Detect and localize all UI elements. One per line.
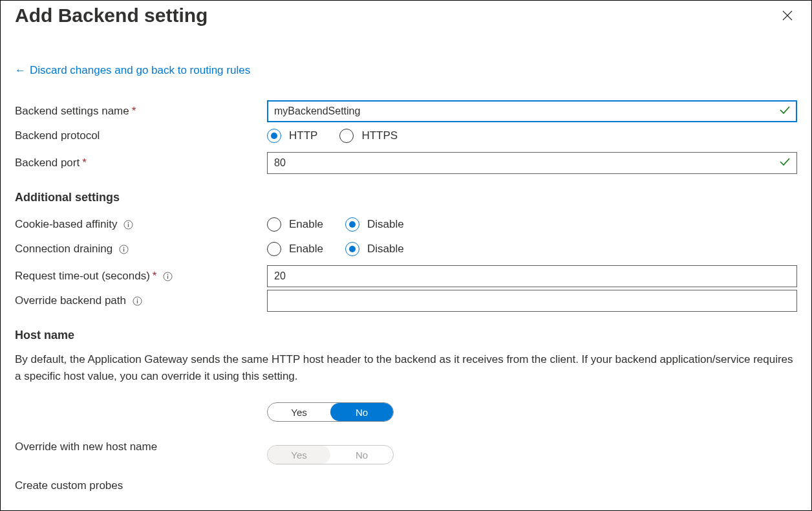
valid-check-icon [779, 104, 791, 118]
row-cookie-affinity: Cookie-based affinity Enable Disable [15, 213, 797, 235]
required-asterisk: * [82, 157, 87, 169]
svg-rect-13 [137, 300, 138, 303]
host-name-description: By default, the Application Gateway send… [15, 351, 797, 384]
form: Backend settings name* Backend protocol … [15, 100, 797, 497]
protocol-radio-group: HTTP HTTPS [267, 129, 797, 143]
row-backend-port: Backend port* [15, 152, 797, 174]
protocol-https-radio[interactable]: HTTPS [339, 129, 398, 143]
svg-point-9 [167, 274, 169, 275]
info-icon[interactable] [119, 245, 129, 254]
panel-title: Add Backend setting [15, 5, 208, 27]
label-backend-settings-name: Backend settings name* [15, 105, 267, 118]
row-backend-protocol: Backend protocol HTTP HTTPS [15, 125, 797, 147]
info-icon[interactable] [163, 272, 173, 281]
affinity-radio-group: Enable Disable [267, 217, 797, 232]
add-backend-setting-panel: Add Backend setting ← Discard changes an… [0, 0, 812, 511]
override-host-disabled-no: No [330, 446, 393, 464]
draining-enable-radio[interactable]: Enable [267, 242, 323, 256]
label-cookie-affinity: Cookie-based affinity [15, 218, 267, 231]
backend-settings-name-wrap [267, 100, 797, 122]
required-asterisk: * [153, 270, 157, 283]
svg-rect-7 [123, 248, 124, 252]
override-path-wrap [267, 290, 797, 312]
protocol-http-radio[interactable]: HTTP [267, 129, 317, 143]
valid-check-icon [779, 156, 791, 170]
host-name-heading: Host name [15, 329, 797, 342]
affinity-disable-radio[interactable]: Disable [345, 217, 404, 232]
row-override-new-host: Override with new host name Yes No Yes N… [15, 402, 797, 464]
arrow-left-icon: ← [15, 64, 26, 77]
draining-radio-group: Enable Disable [267, 242, 797, 256]
label-request-timeout: Request time-out (seconds)* [15, 270, 267, 283]
label-create-custom-probes: Create custom probes [15, 479, 267, 492]
request-timeout-input[interactable] [267, 265, 797, 287]
label-override-new-host: Override with new host name [15, 413, 267, 453]
discard-back-link[interactable]: ← Discard changes and go back to routing… [15, 64, 250, 77]
draining-disable-radio[interactable]: Disable [345, 242, 404, 256]
backend-settings-name-input[interactable] [267, 100, 797, 122]
close-icon [782, 10, 793, 21]
backend-port-wrap [267, 152, 797, 174]
request-timeout-wrap [267, 265, 797, 287]
override-host-toggle: Yes No [267, 402, 394, 422]
back-link-label: Discard changes and go back to routing r… [30, 64, 250, 77]
override-host-no[interactable]: No [330, 403, 393, 421]
svg-point-6 [123, 246, 125, 248]
label-connection-draining: Connection draining [15, 243, 267, 256]
svg-rect-10 [167, 276, 168, 279]
label-override-backend-path: Override backend path [15, 294, 267, 307]
close-button[interactable] [778, 6, 797, 25]
panel-header: Add Backend setting [15, 1, 797, 27]
svg-point-12 [137, 298, 138, 299]
required-asterisk: * [132, 105, 136, 118]
row-connection-draining: Connection draining Enable Disable [15, 238, 797, 260]
override-host-toggle-disabled: Yes No [267, 445, 394, 464]
row-override-backend-path: Override backend path [15, 290, 797, 312]
label-backend-port: Backend port* [15, 157, 267, 169]
row-backend-settings-name: Backend settings name* [15, 100, 797, 122]
row-create-custom-probes: Create custom probes [15, 475, 797, 497]
info-icon[interactable] [133, 296, 142, 306]
override-path-input[interactable] [267, 290, 797, 312]
override-host-disabled-yes: Yes [268, 446, 330, 464]
row-request-timeout: Request time-out (seconds)* [15, 265, 797, 287]
backend-port-input[interactable] [267, 152, 797, 174]
affinity-enable-radio[interactable]: Enable [267, 217, 323, 232]
svg-rect-4 [128, 224, 129, 227]
override-host-yes[interactable]: Yes [268, 403, 330, 421]
additional-settings-heading: Additional settings [15, 191, 797, 204]
info-icon[interactable] [123, 220, 133, 230]
label-backend-protocol: Backend protocol [15, 129, 267, 142]
svg-point-3 [128, 222, 129, 223]
